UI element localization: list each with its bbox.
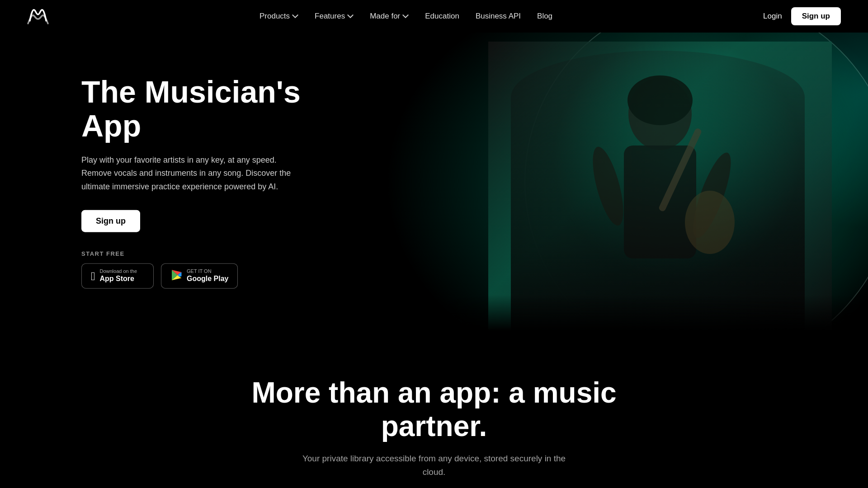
nav-item-features[interactable]: Features <box>315 12 354 21</box>
nav-item-made-for[interactable]: Made for <box>370 12 409 21</box>
google-play-icon <box>170 269 182 282</box>
hero-description: Play with your favorite artists in any k… <box>81 153 303 193</box>
appstore-big-text: App Store <box>100 274 137 284</box>
nav-actions: Login Sign up <box>763 7 841 25</box>
nav-item-blog[interactable]: Blog <box>537 12 552 21</box>
hero-content: The Musician's App Play with your favori… <box>81 75 362 289</box>
app-store-button[interactable]:  Download on the App Store <box>81 263 154 288</box>
svg-point-6 <box>685 191 735 254</box>
section2-title: More than an app: a music partner. <box>231 376 637 443</box>
start-free-label: START FREE <box>81 250 362 257</box>
nav-item-education[interactable]: Education <box>425 12 459 21</box>
login-link[interactable]: Login <box>763 12 782 21</box>
nav-business-api-label[interactable]: Business API <box>476 12 521 20</box>
apple-icon:  <box>91 270 95 282</box>
store-buttons:  Download on the App Store G <box>81 263 362 288</box>
hero-person-image <box>488 42 832 331</box>
googleplay-big-text: Google Play <box>187 274 228 284</box>
nav-blog-label[interactable]: Blog <box>537 12 552 20</box>
nav-features-label[interactable]: Features <box>315 12 345 21</box>
nav-products-label[interactable]: Products <box>259 12 290 21</box>
google-play-button[interactable]: GET IT ON Google Play <box>161 263 238 288</box>
appstore-small-text: Download on the <box>100 268 137 274</box>
nav-made-for-label[interactable]: Made for <box>370 12 400 21</box>
hero-person-bg <box>488 42 832 331</box>
chevron-down-icon <box>292 13 298 19</box>
hero-signup-button[interactable]: Sign up <box>81 210 140 232</box>
music-partner-section: More than an app: a music partner. Your … <box>0 331 868 488</box>
svg-point-3 <box>587 144 630 229</box>
chevron-down-icon <box>347 13 354 19</box>
chevron-down-icon <box>402 13 409 19</box>
hero-section: The Musician's App Play with your favori… <box>0 33 868 331</box>
logo[interactable] <box>27 6 49 26</box>
nav-item-business-api[interactable]: Business API <box>476 12 521 21</box>
hero-title: The Musician's App <box>81 75 362 143</box>
nav-item-products[interactable]: Products <box>259 12 298 21</box>
nav-education-label[interactable]: Education <box>425 12 459 20</box>
signup-button[interactable]: Sign up <box>791 7 841 25</box>
navbar: Products Features Made for Education Bus… <box>0 0 868 33</box>
svg-point-1 <box>627 75 693 125</box>
section2-description: Your private library accessible from any… <box>298 452 570 479</box>
hero-fade <box>0 295 868 331</box>
nav-links: Products Features Made for Education Bus… <box>259 12 552 21</box>
googleplay-small-text: GET IT ON <box>187 268 228 274</box>
